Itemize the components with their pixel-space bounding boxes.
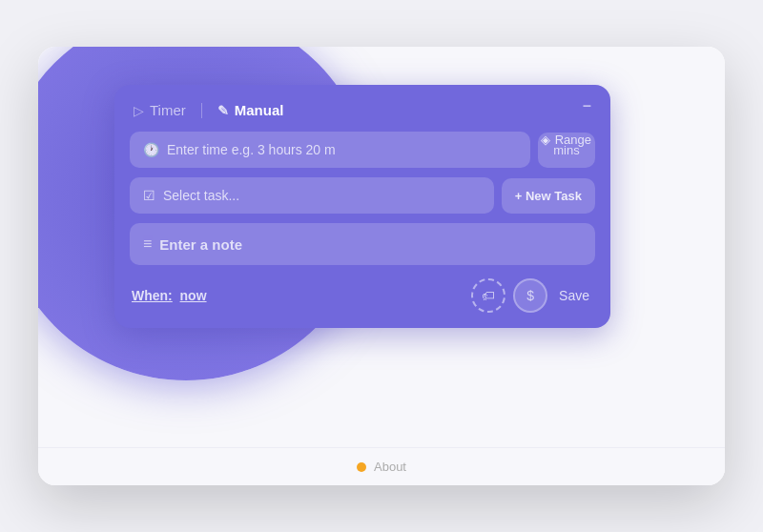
range-icon: ◈ — [541, 133, 550, 147]
range-label: Range — [555, 133, 591, 147]
time-input[interactable]: 🕐 Enter time e.g. 3 hours 20 m — [130, 132, 530, 168]
manual-icon: ✎ — [217, 103, 229, 118]
task-placeholder: Select task... — [163, 188, 239, 203]
panel-body: 🕐 Enter time e.g. 3 hours 20 m mins ☑ Se… — [114, 132, 610, 328]
tab-manual[interactable]: ✎ Manual — [217, 98, 284, 122]
when-value[interactable]: now — [180, 288, 207, 303]
task-icon: ☑ — [143, 188, 155, 203]
timer-icon: ▷ — [134, 103, 144, 118]
screen-container: – ▷ Timer ✎ Manual ◈ Range 🕐 Ente — [38, 47, 725, 485]
task-input[interactable]: ☑ Select task... — [130, 177, 494, 214]
minimize-button[interactable]: – — [583, 98, 591, 113]
new-task-button[interactable]: + New Task — [502, 178, 595, 214]
tag-icon-button[interactable]: 🏷 — [471, 278, 505, 313]
tab-manual-label: Manual — [235, 102, 284, 118]
time-row: 🕐 Enter time e.g. 3 hours 20 m mins — [130, 132, 595, 168]
when-text: When: — [132, 288, 173, 303]
task-row: ☑ Select task... + New Task — [130, 177, 595, 214]
tab-timer-label: Timer — [150, 102, 186, 118]
dollar-icon: $ — [526, 288, 534, 303]
about-label: About — [374, 460, 406, 474]
main-panel: – ▷ Timer ✎ Manual ◈ Range 🕐 Ente — [114, 85, 610, 328]
time-placeholder: Enter time e.g. 3 hours 20 m — [167, 142, 336, 157]
action-icons: 🏷 $ Save — [471, 278, 593, 313]
tag-icon: 🏷 — [482, 288, 495, 303]
tab-bar: ▷ Timer ✎ Manual — [114, 85, 610, 132]
note-input[interactable]: ≡ Enter a note — [130, 223, 595, 265]
billing-icon-button[interactable]: $ — [513, 278, 547, 313]
bottom-row: When: now 🏷 $ Save — [130, 275, 595, 313]
about-bar: About — [38, 447, 725, 485]
when-label: When: now — [132, 288, 207, 303]
clock-icon: 🕐 — [143, 142, 159, 157]
tab-timer[interactable]: ▷ Timer — [134, 98, 186, 122]
note-placeholder: Enter a note — [159, 236, 242, 253]
about-dot — [357, 462, 366, 472]
tab-divider — [201, 103, 202, 118]
range-button[interactable]: ◈ Range — [541, 133, 591, 147]
note-icon: ≡ — [143, 235, 152, 253]
save-button[interactable]: Save — [555, 282, 593, 309]
